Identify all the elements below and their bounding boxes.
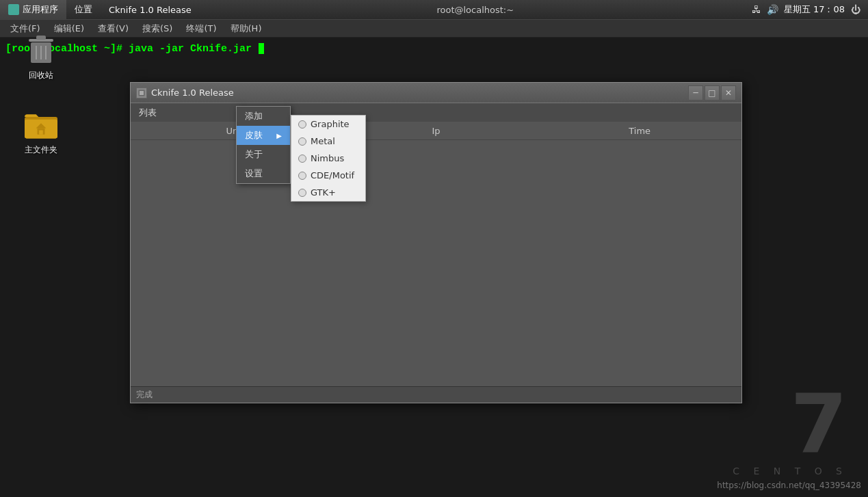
submenu-nimbus[interactable]: Nimbus [291, 150, 365, 167]
app-menu-icon [8, 4, 19, 15]
app-window: Cknife 1.0 Release ─ □ ✕ 列表 Url Ip Time … [130, 82, 742, 403]
app-menubar: 列表 [131, 103, 741, 122]
terminal-menu-terminal[interactable]: 终端(T) [179, 20, 223, 38]
trash-icon [26, 33, 56, 68]
app-statusbar: 完成 [131, 386, 741, 403]
submenu-metal[interactable]: Metal [291, 133, 365, 150]
taskbar-app-menu[interactable]: 应用程序 [0, 0, 66, 19]
taskbar-position[interactable]: 位置 [66, 0, 101, 19]
submenu-gtk[interactable]: GTK+ [291, 184, 365, 201]
folder-icon [25, 109, 57, 141]
svg-rect-2 [36, 36, 46, 40]
radio-metal [298, 137, 306, 146]
centos-number: 7 [733, 384, 847, 466]
datetime-label: 星期五 17：08 [784, 3, 845, 16]
home-folder-label: 主文件夹 [25, 144, 57, 156]
skin-submenu: Graphite Metal Nimbus CDE/Motif GTK+ [291, 115, 366, 202]
taskbar-app-label: 应用程序 [23, 3, 58, 16]
submenu-cde-motif[interactable]: CDE/Motif [291, 167, 365, 184]
radio-cde-motif [298, 172, 306, 180]
terminal-menu-view[interactable]: 查看(V) [91, 20, 135, 38]
col-time: Time [538, 126, 741, 136]
power-icon[interactable]: ⏻ [850, 4, 861, 15]
svg-rect-13 [140, 91, 144, 95]
centos-url: https://blog.csdn.net/qq_43395428 [717, 481, 861, 490]
terminal-content: [root@localhost ~]# java -jar Cknife.jar [0, 38, 868, 60]
app-table-body[interactable] [131, 140, 741, 386]
svg-rect-11 [39, 130, 43, 134]
taskbar-window-title-label: Cknife 1.0 Release [109, 5, 192, 15]
taskbar-window-title[interactable]: Cknife 1.0 Release [101, 0, 200, 19]
terminal-menu-help[interactable]: 帮助(H) [224, 20, 269, 38]
minimize-button[interactable]: ─ [688, 85, 703, 100]
taskbar: 应用程序 位置 Cknife 1.0 Release root@localhos… [0, 0, 868, 19]
context-menu-add[interactable]: 添加 [237, 107, 290, 126]
taskbar-left: 应用程序 位置 Cknife 1.0 Release [0, 0, 200, 19]
centos-text: C E N T O S [733, 466, 847, 476]
sound-icon: 🔊 [767, 4, 778, 15]
desktop-icons: 回收站 主文件夹 [14, 34, 68, 156]
svg-point-0 [10, 6, 17, 13]
close-button[interactable]: ✕ [721, 85, 736, 100]
radio-graphite [298, 120, 306, 129]
radio-gtk [298, 189, 306, 197]
maximize-button[interactable]: □ [705, 85, 720, 100]
desktop-icon-home[interactable]: 主文件夹 [14, 109, 68, 156]
context-menu: 添加 皮肤 ▶ 关于 设置 [236, 106, 291, 184]
folder-icon-img [25, 109, 57, 142]
trash-label: 回收站 [29, 70, 53, 81]
terminal-cursor [259, 43, 264, 54]
taskbar-terminal-title: root@localhost:~ [200, 5, 751, 15]
app-table-header: Url Ip Time [131, 122, 741, 140]
trash-icon-img [25, 34, 57, 67]
taskbar-right: 🖧 🔊 星期五 17：08 ⏻ [751, 3, 868, 16]
desktop: 应用程序 位置 Cknife 1.0 Release root@localhos… [0, 0, 868, 497]
app-titlebar: Cknife 1.0 Release ─ □ ✕ [131, 83, 741, 103]
terminal-menu-search[interactable]: 搜索(S) [135, 20, 179, 38]
submenu-arrow-icon: ▶ [276, 132, 282, 139]
context-menu-skin[interactable]: 皮肤 ▶ [237, 126, 290, 145]
app-status-text: 完成 [136, 389, 153, 401]
context-menu-settings[interactable]: 设置 [237, 164, 290, 183]
submenu-graphite[interactable]: Graphite [291, 116, 365, 133]
taskbar-position-label: 位置 [75, 3, 92, 16]
radio-nimbus [298, 155, 306, 163]
app-window-icon [136, 88, 147, 98]
app-window-title: Cknife 1.0 Release [151, 88, 688, 98]
app-menu-list[interactable]: 列表 [131, 103, 165, 122]
app-titlebar-buttons: ─ □ ✕ [688, 85, 736, 100]
network-icon: 🖧 [751, 4, 762, 15]
desktop-icon-trash[interactable]: 回收站 [14, 34, 68, 81]
centos-watermark: 7 C E N T O S [733, 384, 847, 476]
terminal-menubar: 文件(F) 编辑(E) 查看(V) 搜索(S) 终端(T) 帮助(H) [0, 20, 868, 38]
context-menu-about[interactable]: 关于 [237, 145, 290, 164]
